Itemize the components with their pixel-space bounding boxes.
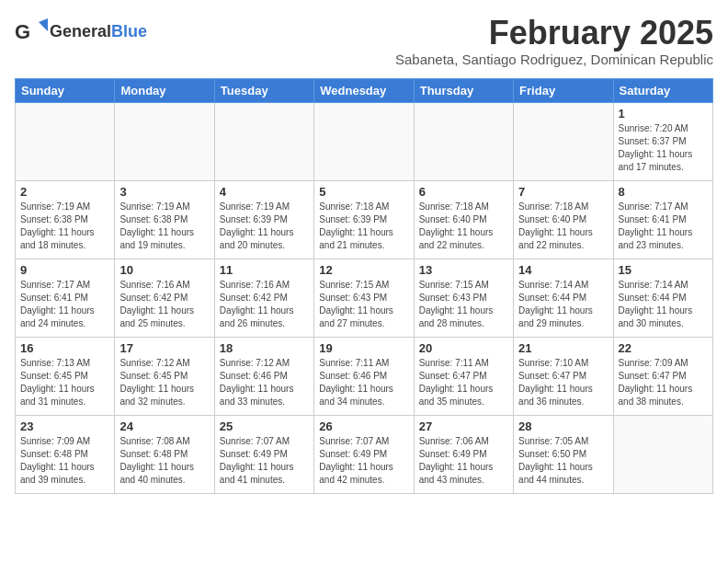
day-info: Sunrise: 7:06 AM Sunset: 6:49 PM Dayligh…: [419, 435, 508, 487]
calendar-cell: 1Sunrise: 7:20 AM Sunset: 6:37 PM Daylig…: [613, 102, 712, 180]
day-number: 25: [220, 419, 309, 433]
header: G GeneralBlue February 2025 Sabaneta, Sa…: [15, 15, 713, 75]
calendar-cell: 2Sunrise: 7:19 AM Sunset: 6:38 PM Daylig…: [16, 180, 115, 259]
calendar-cell: [314, 102, 414, 180]
day-info: Sunrise: 7:09 AM Sunset: 6:47 PM Dayligh…: [619, 357, 708, 408]
day-number: 8: [619, 185, 708, 199]
day-info: Sunrise: 7:07 AM Sunset: 6:49 PM Dayligh…: [319, 435, 408, 487]
logo-icon: G: [15, 15, 48, 48]
calendar-cell: [115, 102, 214, 180]
day-number: 13: [419, 263, 508, 277]
day-info: Sunrise: 7:18 AM Sunset: 6:40 PM Dayligh…: [419, 201, 508, 252]
day-info: Sunrise: 7:12 AM Sunset: 6:46 PM Dayligh…: [220, 357, 309, 408]
week-row-2: 2Sunrise: 7:19 AM Sunset: 6:38 PM Daylig…: [16, 180, 713, 259]
calendar-cell: 26Sunrise: 7:07 AM Sunset: 6:49 PM Dayli…: [314, 415, 414, 493]
day-info: Sunrise: 7:16 AM Sunset: 6:42 PM Dayligh…: [220, 279, 309, 330]
week-row-5: 23Sunrise: 7:09 AM Sunset: 6:48 PM Dayli…: [16, 415, 713, 493]
day-number: 7: [518, 185, 608, 199]
calendar-table: Sunday Monday Tuesday Wednesday Thursday…: [15, 78, 713, 494]
calendar-cell: 15Sunrise: 7:14 AM Sunset: 6:44 PM Dayli…: [613, 259, 712, 337]
calendar-cell: 8Sunrise: 7:17 AM Sunset: 6:41 PM Daylig…: [613, 180, 712, 259]
calendar-cell: [214, 102, 313, 180]
day-info: Sunrise: 7:20 AM Sunset: 6:37 PM Dayligh…: [619, 122, 708, 174]
day-info: Sunrise: 7:17 AM Sunset: 6:41 PM Dayligh…: [619, 201, 708, 252]
day-number: 14: [518, 263, 608, 277]
day-info: Sunrise: 7:16 AM Sunset: 6:42 PM Dayligh…: [119, 279, 209, 330]
day-number: 12: [319, 263, 408, 277]
day-info: Sunrise: 7:12 AM Sunset: 6:45 PM Dayligh…: [119, 357, 209, 408]
day-info: Sunrise: 7:08 AM Sunset: 6:48 PM Dayligh…: [119, 435, 209, 487]
day-number: 21: [518, 341, 608, 355]
header-sunday: Sunday: [16, 78, 115, 102]
day-number: 5: [319, 185, 408, 199]
calendar-cell: 17Sunrise: 7:12 AM Sunset: 6:45 PM Dayli…: [115, 337, 214, 415]
calendar-cell: 13Sunrise: 7:15 AM Sunset: 6:43 PM Dayli…: [414, 259, 513, 337]
day-number: 4: [220, 185, 309, 199]
day-number: 16: [20, 341, 109, 355]
day-info: Sunrise: 7:14 AM Sunset: 6:44 PM Dayligh…: [518, 279, 608, 330]
day-info: Sunrise: 7:10 AM Sunset: 6:47 PM Dayligh…: [518, 357, 608, 408]
day-number: 2: [20, 185, 109, 199]
logo: G GeneralBlue: [15, 15, 147, 48]
header-wednesday: Wednesday: [314, 78, 414, 102]
day-info: Sunrise: 7:19 AM Sunset: 6:38 PM Dayligh…: [20, 201, 109, 252]
calendar-cell: 3Sunrise: 7:19 AM Sunset: 6:38 PM Daylig…: [115, 180, 214, 259]
day-info: Sunrise: 7:18 AM Sunset: 6:40 PM Dayligh…: [518, 201, 608, 252]
day-number: 3: [119, 185, 209, 199]
calendar-cell: 5Sunrise: 7:18 AM Sunset: 6:39 PM Daylig…: [314, 180, 414, 259]
day-info: Sunrise: 7:11 AM Sunset: 6:47 PM Dayligh…: [419, 357, 508, 408]
calendar-cell: 20Sunrise: 7:11 AM Sunset: 6:47 PM Dayli…: [414, 337, 513, 415]
day-number: 26: [319, 419, 408, 433]
header-monday: Monday: [115, 78, 214, 102]
svg-marker-1: [39, 18, 48, 31]
day-number: 19: [319, 341, 408, 355]
calendar-cell: 9Sunrise: 7:17 AM Sunset: 6:41 PM Daylig…: [16, 259, 115, 337]
calendar-cell: 22Sunrise: 7:09 AM Sunset: 6:47 PM Dayli…: [613, 337, 712, 415]
day-number: 1: [619, 107, 708, 121]
calendar-cell: 12Sunrise: 7:15 AM Sunset: 6:43 PM Dayli…: [314, 259, 414, 337]
day-info: Sunrise: 7:18 AM Sunset: 6:39 PM Dayligh…: [319, 201, 408, 252]
day-info: Sunrise: 7:14 AM Sunset: 6:44 PM Dayligh…: [619, 279, 708, 330]
svg-text:G: G: [15, 20, 30, 43]
day-number: 22: [619, 341, 708, 355]
calendar-cell: 28Sunrise: 7:05 AM Sunset: 6:50 PM Dayli…: [514, 415, 613, 493]
day-info: Sunrise: 7:07 AM Sunset: 6:49 PM Dayligh…: [220, 435, 309, 487]
week-row-4: 16Sunrise: 7:13 AM Sunset: 6:45 PM Dayli…: [16, 337, 713, 415]
day-number: 20: [419, 341, 508, 355]
calendar-cell: 14Sunrise: 7:14 AM Sunset: 6:44 PM Dayli…: [514, 259, 613, 337]
calendar-cell: 10Sunrise: 7:16 AM Sunset: 6:42 PM Dayli…: [115, 259, 214, 337]
day-number: 9: [20, 263, 109, 277]
header-tuesday: Tuesday: [214, 78, 313, 102]
logo-general: General: [50, 22, 111, 40]
day-info: Sunrise: 7:11 AM Sunset: 6:46 PM Dayligh…: [319, 357, 408, 408]
day-number: 24: [119, 419, 209, 433]
calendar-cell: [414, 102, 513, 180]
calendar-cell: 25Sunrise: 7:07 AM Sunset: 6:49 PM Dayli…: [214, 415, 313, 493]
calendar-cell: 7Sunrise: 7:18 AM Sunset: 6:40 PM Daylig…: [514, 180, 613, 259]
day-number: 17: [119, 341, 209, 355]
calendar-cell: 6Sunrise: 7:18 AM Sunset: 6:40 PM Daylig…: [414, 180, 513, 259]
day-number: 11: [220, 263, 309, 277]
week-row-3: 9Sunrise: 7:17 AM Sunset: 6:41 PM Daylig…: [16, 259, 713, 337]
day-number: 23: [20, 419, 109, 433]
header-friday: Friday: [514, 78, 613, 102]
month-title: February 2025: [395, 15, 713, 52]
day-number: 28: [518, 419, 608, 433]
location: Sabaneta, Santiago Rodriguez, Dominican …: [395, 52, 713, 67]
calendar-cell: [514, 102, 613, 180]
header-thursday: Thursday: [414, 78, 513, 102]
week-row-1: 1Sunrise: 7:20 AM Sunset: 6:37 PM Daylig…: [16, 102, 713, 180]
calendar-cell: 23Sunrise: 7:09 AM Sunset: 6:48 PM Dayli…: [16, 415, 115, 493]
day-number: 15: [619, 263, 708, 277]
day-info: Sunrise: 7:19 AM Sunset: 6:38 PM Dayligh…: [119, 201, 209, 252]
day-info: Sunrise: 7:15 AM Sunset: 6:43 PM Dayligh…: [319, 279, 408, 330]
day-info: Sunrise: 7:17 AM Sunset: 6:41 PM Dayligh…: [20, 279, 109, 330]
page: G GeneralBlue February 2025 Sabaneta, Sa…: [0, 0, 728, 509]
day-info: Sunrise: 7:19 AM Sunset: 6:39 PM Dayligh…: [220, 201, 309, 252]
calendar-cell: 19Sunrise: 7:11 AM Sunset: 6:46 PM Dayli…: [314, 337, 414, 415]
day-number: 6: [419, 185, 508, 199]
day-info: Sunrise: 7:09 AM Sunset: 6:48 PM Dayligh…: [20, 435, 109, 487]
calendar-cell: 4Sunrise: 7:19 AM Sunset: 6:39 PM Daylig…: [214, 180, 313, 259]
calendar-cell: [613, 415, 712, 493]
day-info: Sunrise: 7:15 AM Sunset: 6:43 PM Dayligh…: [419, 279, 508, 330]
